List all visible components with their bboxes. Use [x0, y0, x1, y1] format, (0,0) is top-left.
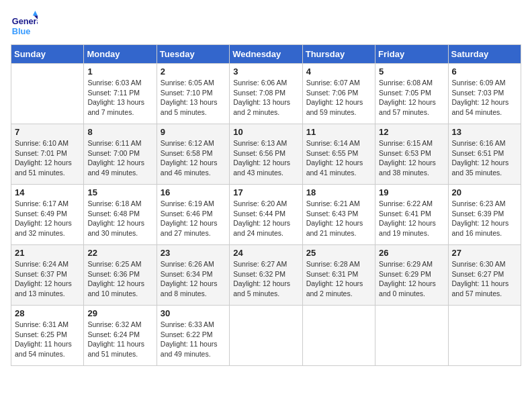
day-number: 28 — [15, 308, 80, 318]
calendar-week-row: 1Sunrise: 6:03 AM Sunset: 7:11 PM Daylig… — [11, 64, 521, 124]
day-number: 14 — [15, 187, 80, 197]
calendar-day-cell: 13Sunrise: 6:16 AM Sunset: 6:51 PM Dayli… — [448, 124, 521, 185]
day-info: Sunrise: 6:27 AM Sunset: 6:32 PM Dayligh… — [233, 259, 298, 299]
calendar-day-cell — [375, 306, 448, 366]
calendar-header-row: SundayMondayTuesdayWednesdayThursdayFrid… — [11, 45, 521, 64]
day-info: Sunrise: 6:03 AM Sunset: 7:11 PM Dayligh… — [87, 78, 152, 118]
day-info: Sunrise: 6:05 AM Sunset: 7:10 PM Dayligh… — [161, 78, 226, 118]
calendar-day-cell: 3Sunrise: 6:06 AM Sunset: 7:08 PM Daylig… — [230, 64, 302, 124]
calendar-day-cell: 11Sunrise: 6:14 AM Sunset: 6:55 PM Dayli… — [302, 124, 375, 185]
calendar-day-cell: 15Sunrise: 6:18 AM Sunset: 6:48 PM Dayli… — [84, 185, 157, 245]
logo: General Blue — [11, 11, 40, 38]
calendar-header-saturday: Saturday — [448, 45, 521, 64]
day-info: Sunrise: 6:17 AM Sunset: 6:49 PM Dayligh… — [15, 199, 80, 238]
calendar-header-friday: Friday — [375, 45, 448, 64]
day-number: 5 — [379, 66, 444, 77]
calendar-day-cell: 10Sunrise: 6:13 AM Sunset: 6:56 PM Dayli… — [230, 124, 302, 185]
day-info: Sunrise: 6:26 AM Sunset: 6:34 PM Dayligh… — [161, 259, 226, 299]
day-info: Sunrise: 6:20 AM Sunset: 6:44 PM Dayligh… — [233, 199, 298, 238]
calendar-header-thursday: Thursday — [302, 45, 375, 64]
day-info: Sunrise: 6:16 AM Sunset: 6:51 PM Dayligh… — [452, 138, 517, 178]
calendar-day-cell: 30Sunrise: 6:33 AM Sunset: 6:22 PM Dayli… — [157, 306, 229, 366]
day-info: Sunrise: 6:28 AM Sunset: 6:31 PM Dayligh… — [306, 259, 371, 299]
day-number: 19 — [379, 187, 444, 197]
day-number: 10 — [233, 127, 298, 137]
calendar-day-cell: 29Sunrise: 6:32 AM Sunset: 6:24 PM Dayli… — [84, 306, 157, 366]
day-number: 3 — [233, 66, 298, 77]
day-number: 20 — [452, 187, 517, 197]
calendar-day-cell: 9Sunrise: 6:12 AM Sunset: 6:58 PM Daylig… — [157, 124, 229, 185]
calendar-day-cell: 22Sunrise: 6:25 AM Sunset: 6:36 PM Dayli… — [84, 245, 157, 306]
calendar-header-tuesday: Tuesday — [157, 45, 229, 64]
day-info: Sunrise: 6:33 AM Sunset: 6:22 PM Dayligh… — [161, 320, 226, 359]
day-info: Sunrise: 6:32 AM Sunset: 6:24 PM Dayligh… — [87, 320, 152, 359]
day-info: Sunrise: 6:11 AM Sunset: 7:00 PM Dayligh… — [87, 138, 152, 178]
calendar-day-cell: 19Sunrise: 6:22 AM Sunset: 6:41 PM Dayli… — [375, 185, 448, 245]
day-info: Sunrise: 6:30 AM Sunset: 6:27 PM Dayligh… — [452, 259, 517, 299]
calendar-day-cell: 4Sunrise: 6:07 AM Sunset: 7:06 PM Daylig… — [302, 64, 375, 124]
calendar-day-cell: 18Sunrise: 6:21 AM Sunset: 6:43 PM Dayli… — [302, 185, 375, 245]
calendar-header-monday: Monday — [84, 45, 157, 64]
day-number: 8 — [87, 127, 152, 137]
page-header: General Blue — [11, 11, 521, 38]
calendar-day-cell: 2Sunrise: 6:05 AM Sunset: 7:10 PM Daylig… — [157, 64, 229, 124]
day-info: Sunrise: 6:31 AM Sunset: 6:25 PM Dayligh… — [15, 320, 80, 359]
calendar-day-cell — [448, 306, 521, 366]
calendar-week-row: 14Sunrise: 6:17 AM Sunset: 6:49 PM Dayli… — [11, 185, 521, 245]
day-number: 15 — [87, 187, 152, 197]
day-info: Sunrise: 6:13 AM Sunset: 6:56 PM Dayligh… — [233, 138, 298, 178]
day-number: 25 — [306, 248, 371, 258]
day-info: Sunrise: 6:06 AM Sunset: 7:08 PM Dayligh… — [233, 78, 298, 118]
calendar-day-cell: 5Sunrise: 6:08 AM Sunset: 7:05 PM Daylig… — [375, 64, 448, 124]
day-number: 9 — [161, 127, 226, 137]
day-info: Sunrise: 6:10 AM Sunset: 7:01 PM Dayligh… — [15, 138, 80, 178]
calendar-day-cell: 27Sunrise: 6:30 AM Sunset: 6:27 PM Dayli… — [448, 245, 521, 306]
day-number: 2 — [161, 66, 226, 77]
day-info: Sunrise: 6:25 AM Sunset: 6:36 PM Dayligh… — [87, 259, 152, 299]
day-number: 12 — [379, 127, 444, 137]
svg-text:Blue: Blue — [12, 26, 31, 36]
day-info: Sunrise: 6:19 AM Sunset: 6:46 PM Dayligh… — [161, 199, 226, 238]
day-number: 21 — [15, 248, 80, 258]
day-info: Sunrise: 6:21 AM Sunset: 6:43 PM Dayligh… — [306, 199, 371, 238]
calendar-day-cell: 25Sunrise: 6:28 AM Sunset: 6:31 PM Dayli… — [302, 245, 375, 306]
calendar-day-cell: 14Sunrise: 6:17 AM Sunset: 6:49 PM Dayli… — [11, 185, 84, 245]
calendar-day-cell: 12Sunrise: 6:15 AM Sunset: 6:53 PM Dayli… — [375, 124, 448, 185]
day-info: Sunrise: 6:15 AM Sunset: 6:53 PM Dayligh… — [379, 138, 444, 178]
day-info: Sunrise: 6:29 AM Sunset: 6:29 PM Dayligh… — [379, 259, 444, 299]
day-info: Sunrise: 6:09 AM Sunset: 7:03 PM Dayligh… — [452, 78, 517, 118]
day-info: Sunrise: 6:07 AM Sunset: 7:06 PM Dayligh… — [306, 78, 371, 118]
calendar-day-cell: 21Sunrise: 6:24 AM Sunset: 6:37 PM Dayli… — [11, 245, 84, 306]
svg-marker-2 — [33, 11, 38, 15]
day-info: Sunrise: 6:22 AM Sunset: 6:41 PM Dayligh… — [379, 199, 444, 238]
day-info: Sunrise: 6:18 AM Sunset: 6:48 PM Dayligh… — [87, 199, 152, 238]
day-number: 30 — [161, 308, 226, 318]
day-info: Sunrise: 6:12 AM Sunset: 6:58 PM Dayligh… — [161, 138, 226, 178]
calendar-day-cell: 26Sunrise: 6:29 AM Sunset: 6:29 PM Dayli… — [375, 245, 448, 306]
calendar-day-cell: 6Sunrise: 6:09 AM Sunset: 7:03 PM Daylig… — [448, 64, 521, 124]
day-info: Sunrise: 6:14 AM Sunset: 6:55 PM Dayligh… — [306, 138, 371, 178]
calendar-day-cell: 16Sunrise: 6:19 AM Sunset: 6:46 PM Dayli… — [157, 185, 229, 245]
day-number: 4 — [306, 66, 371, 77]
calendar-day-cell — [11, 64, 84, 124]
calendar-week-row: 21Sunrise: 6:24 AM Sunset: 6:37 PM Dayli… — [11, 245, 521, 306]
day-number: 24 — [233, 248, 298, 258]
calendar-day-cell — [230, 306, 302, 366]
calendar-day-cell: 8Sunrise: 6:11 AM Sunset: 7:00 PM Daylig… — [84, 124, 157, 185]
calendar-header-sunday: Sunday — [11, 45, 84, 64]
day-number: 22 — [87, 248, 152, 258]
day-number: 16 — [161, 187, 226, 197]
day-number: 6 — [452, 66, 517, 77]
calendar-week-row: 28Sunrise: 6:31 AM Sunset: 6:25 PM Dayli… — [11, 306, 521, 366]
day-number: 1 — [87, 66, 152, 77]
calendar-day-cell: 23Sunrise: 6:26 AM Sunset: 6:34 PM Dayli… — [157, 245, 229, 306]
day-number: 7 — [15, 127, 80, 137]
day-number: 27 — [452, 248, 517, 258]
calendar-day-cell: 1Sunrise: 6:03 AM Sunset: 7:11 PM Daylig… — [84, 64, 157, 124]
svg-text:General: General — [12, 16, 38, 26]
calendar-day-cell: 17Sunrise: 6:20 AM Sunset: 6:44 PM Dayli… — [230, 185, 302, 245]
day-number: 26 — [379, 248, 444, 258]
calendar-day-cell: 28Sunrise: 6:31 AM Sunset: 6:25 PM Dayli… — [11, 306, 84, 366]
calendar-table: SundayMondayTuesdayWednesdayThursdayFrid… — [11, 44, 521, 366]
day-number: 13 — [452, 127, 517, 137]
